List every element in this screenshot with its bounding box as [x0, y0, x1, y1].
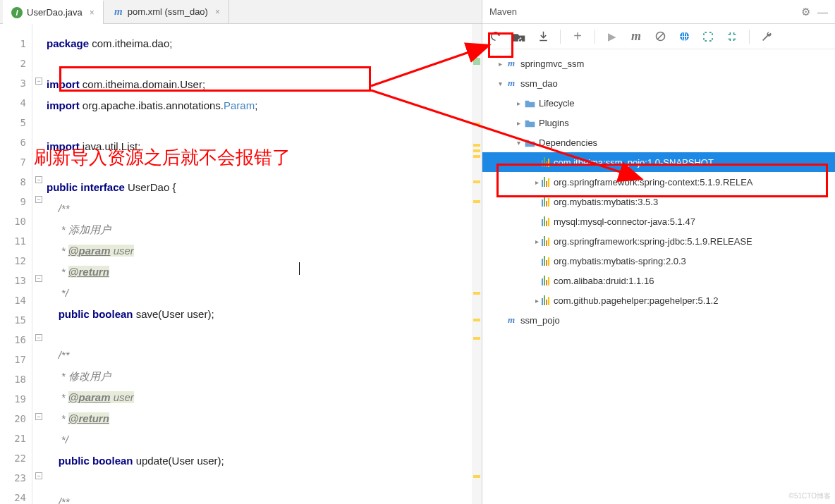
folder-icon	[523, 136, 536, 149]
tree-row[interactable]: ssm_pojo	[482, 310, 835, 330]
maven-module-icon	[505, 57, 518, 70]
tree-label: org.springframework:spring-context:5.1.9…	[554, 177, 753, 188]
tree-label: mysql:mysql-connector-java:5.1.47	[554, 216, 695, 227]
editor-pane: UserDao.java × pom.xml (ssm_dao) × 12345…	[0, 0, 482, 504]
close-icon[interactable]: ×	[215, 7, 220, 17]
maven-panel: Maven ⚙ — + ▶ m	[482, 0, 835, 504]
gear-icon[interactable]: ⚙	[801, 6, 810, 18]
dependency-icon	[542, 236, 549, 246]
tree-row[interactable]: org.springframework:spring-context:5.1.9…	[482, 172, 835, 192]
watermark: ©51CTO博客	[789, 491, 831, 501]
dependency-icon	[542, 197, 549, 207]
skip-tests-icon[interactable]	[652, 28, 669, 45]
dependency-icon	[542, 177, 549, 187]
tree-label: com.github.pagehelper:pagehelper:5.1.2	[554, 295, 718, 306]
fold-icon[interactable]: −	[35, 334, 42, 341]
tree-label: com.alibaba:druid:1.1.16	[554, 276, 654, 286]
dependency-icon	[542, 157, 549, 167]
dependency-icon	[542, 216, 549, 226]
expand-arrow-icon[interactable]	[532, 178, 542, 186]
tree-label: Lifecycle	[539, 98, 575, 109]
tree-label: springmvc_ssm	[520, 59, 584, 69]
close-icon[interactable]: ×	[90, 8, 95, 18]
hide-icon[interactable]: —	[817, 6, 828, 18]
tree-label: org.springframework:spring-jdbc:5.1.9.RE…	[554, 236, 752, 247]
maven-module-icon	[505, 77, 518, 90]
fold-icon[interactable]: −	[35, 472, 42, 479]
tree-row[interactable]: ssm_dao	[482, 73, 835, 93]
tree-label: org.mybatis:mybatis:3.5.3	[554, 197, 658, 207]
tree-row[interactable]: mysql:mysql-connector-java:5.1.47	[482, 211, 835, 231]
tree-label: ssm_dao	[520, 78, 558, 89]
tree-row[interactable]: Dependencies	[482, 133, 835, 152]
folder-icon	[523, 116, 536, 129]
tree-label: ssm_pojo	[520, 315, 560, 326]
annotation-text: 刷新导入资源之后就不会报错了	[34, 145, 291, 170]
tree-row[interactable]: Plugins	[482, 113, 835, 133]
fold-icon[interactable]: −	[35, 176, 42, 183]
download-icon[interactable]	[535, 28, 551, 45]
tree-row[interactable]: com.alibaba:druid:1.1.16	[482, 271, 835, 290]
fold-icon[interactable]: −	[35, 275, 42, 282]
generate-sources-icon[interactable]	[511, 28, 528, 45]
add-icon[interactable]: +	[569, 28, 586, 45]
tree-row[interactable]: com.itheima:ssm_pojo:1.0-SNAPSHOT	[482, 152, 835, 172]
dependency-icon	[542, 295, 549, 305]
tab-label: UserDao.java	[27, 7, 83, 18]
maven-tree[interactable]: springmvc_ssmssm_daoLifecyclePluginsDepe…	[482, 49, 835, 504]
tree-label: com.itheima:ssm_pojo:1.0-SNAPSHOT	[554, 157, 714, 168]
expand-arrow-icon[interactable]	[495, 80, 505, 87]
fold-gutter: − − − − − − −	[32, 24, 47, 504]
java-icon	[11, 7, 23, 18]
editor-body: 123456789101112131415161718192021222324 …	[0, 24, 482, 504]
maven-toolbar: + ▶ m	[482, 24, 835, 49]
tab-label: pom.xml (ssm_dao)	[128, 6, 208, 17]
line-number-gutter: 123456789101112131415161718192021222324	[0, 24, 32, 504]
text-cursor	[299, 262, 300, 275]
tree-row[interactable]: Lifecycle	[482, 93, 835, 113]
editor-tabs: UserDao.java × pom.xml (ssm_dao) ×	[0, 0, 482, 24]
maven-title: Maven	[489, 6, 517, 17]
expand-arrow-icon[interactable]	[495, 60, 505, 68]
tree-row[interactable]: com.github.pagehelper:pagehelper:5.1.2	[482, 290, 835, 310]
tree-row[interactable]: org.mybatis:mybatis:3.5.3	[482, 192, 835, 211]
maven-icon	[114, 7, 123, 17]
tree-label: org.mybatis:mybatis-spring:2.0.3	[554, 256, 686, 266]
code-area[interactable]: package com.itheima.dao; import com.ithe…	[47, 24, 482, 504]
expand-icon[interactable]	[700, 28, 717, 45]
maven-module-icon	[505, 314, 518, 326]
tree-label: Plugins	[539, 118, 569, 128]
fold-icon[interactable]: −	[35, 196, 42, 203]
run-icon[interactable]: ▶	[604, 28, 621, 45]
tab-pom[interactable]: pom.xml (ssm_dao) ×	[105, 0, 229, 24]
folder-icon	[523, 97, 536, 109]
expand-arrow-icon[interactable]	[532, 297, 542, 305]
dependency-icon	[542, 276, 549, 285]
expand-arrow-icon[interactable]	[532, 238, 542, 245]
expand-arrow-icon[interactable]	[513, 119, 523, 127]
expand-arrow-icon[interactable]	[513, 139, 523, 147]
offline-icon[interactable]	[676, 28, 693, 45]
tree-label: Dependencies	[539, 137, 597, 148]
wrench-icon[interactable]	[758, 28, 775, 45]
fold-icon[interactable]: −	[35, 78, 42, 85]
tab-userdao[interactable]: UserDao.java ×	[3, 0, 104, 24]
marker-bar	[472, 24, 482, 504]
dependency-icon	[542, 256, 549, 266]
fold-icon[interactable]: −	[35, 413, 42, 420]
tree-row[interactable]: springmvc_ssm	[482, 54, 835, 73]
tree-row[interactable]: org.mybatis:mybatis-spring:2.0.3	[482, 251, 835, 271]
tree-row[interactable]: org.springframework:spring-jdbc:5.1.9.RE…	[482, 231, 835, 251]
refresh-icon[interactable]	[487, 28, 504, 45]
maven-m-icon[interactable]: m	[628, 28, 645, 45]
collapse-icon[interactable]	[724, 28, 740, 45]
maven-header: Maven ⚙ —	[482, 0, 835, 24]
expand-arrow-icon[interactable]	[513, 99, 523, 107]
